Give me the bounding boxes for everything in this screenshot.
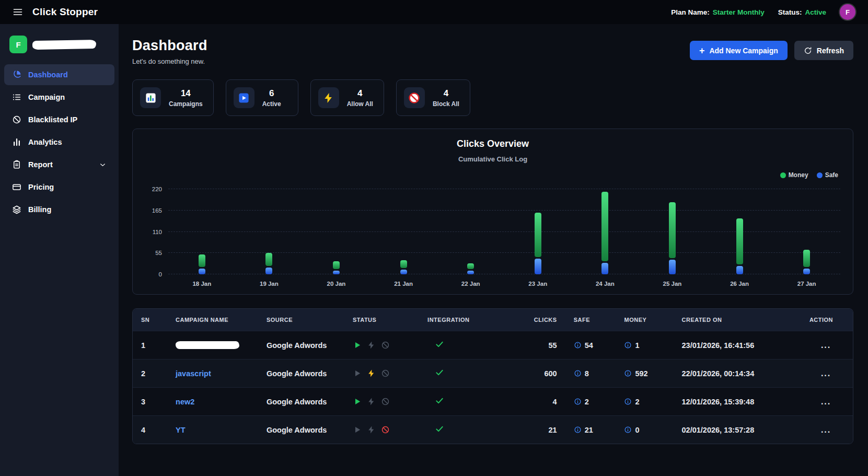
money-bar[interactable]: [467, 263, 474, 269]
money-bar[interactable]: [265, 253, 272, 266]
verified-check-icon: [435, 424, 444, 434]
row-actions-button[interactable]: ...: [809, 397, 831, 407]
stats-row: 14Campaigns6Active4Allow All4Block All: [132, 79, 853, 116]
safe-bar[interactable]: [535, 259, 541, 274]
user-avatar[interactable]: F: [840, 4, 855, 20]
cell-clicks: 21: [501, 416, 565, 444]
stat-label: Block All: [433, 100, 459, 108]
money-bar[interactable]: [199, 254, 205, 267]
y-tick-label: 55: [155, 250, 162, 256]
bolt-status-icon[interactable]: [367, 397, 376, 406]
clicks-overview-panel: Clicks Overview Cumulative Click Log Mon…: [132, 129, 853, 295]
play-status-icon[interactable]: [353, 341, 362, 350]
money-bar[interactable]: [803, 250, 810, 267]
cell-clicks: 600: [501, 359, 565, 388]
cell-campaign-name: new2: [167, 388, 258, 416]
money-bar[interactable]: [669, 202, 676, 258]
row-actions-button[interactable]: ...: [809, 425, 831, 435]
topbar-right: Plan Name: Starter Monthly Status: Activ…: [671, 4, 855, 20]
chart-title: Clicks Overview: [145, 138, 840, 149]
sidebar-user[interactable]: F: [0, 30, 119, 63]
col-header-campaign-name: CAMPAIGN NAME: [167, 309, 258, 331]
play-status-icon[interactable]: [353, 369, 362, 378]
sidebar-item-pricing[interactable]: Pricing: [4, 177, 114, 198]
sidebar-item-analytics[interactable]: Analytics: [4, 132, 114, 153]
safe-value: 2: [585, 398, 589, 406]
cell-action: ...: [801, 388, 853, 416]
sidebar-item-blacklisted-ip[interactable]: Blacklisted IP: [4, 109, 114, 130]
play-status-icon[interactable]: [353, 397, 362, 406]
safe-bar[interactable]: [265, 268, 272, 274]
hamburger-menu-icon[interactable]: [13, 7, 23, 17]
dashboard-pie-icon: [12, 70, 21, 79]
safe-bar[interactable]: [199, 269, 205, 274]
cell-created-on: 22/01/2026, 00:14:34: [674, 359, 801, 388]
status-label: Status:: [778, 8, 802, 16]
money-bar[interactable]: [400, 260, 407, 268]
stat-text: 14Campaigns: [169, 88, 203, 108]
bar-group-26-jan: [706, 182, 773, 274]
cell-created-on: 23/01/2026, 16:41:56: [674, 331, 801, 359]
safe-bar[interactable]: [467, 271, 474, 274]
col-header-sn: SN: [133, 309, 167, 331]
safe-bar[interactable]: [333, 271, 340, 274]
campaign-name-link[interactable]: YT: [176, 426, 186, 434]
table-row-campaign-1: 1Google Adwords5554123/01/2026, 16:41:56…: [133, 331, 853, 359]
allow-bolt-icon: [318, 87, 339, 108]
sidebar-item-label: Pricing: [28, 183, 54, 191]
page-header: Dashboard Let's do something new. + Add …: [132, 38, 853, 65]
sidebar-item-campaign[interactable]: Campaign: [4, 87, 114, 108]
sidebar-item-dashboard[interactable]: Dashboard: [4, 64, 114, 85]
main-content: Dashboard Let's do something new. + Add …: [119, 24, 868, 476]
x-tick-label: 24 Jan: [572, 281, 639, 287]
bolt-status-icon[interactable]: [367, 369, 376, 378]
sidebar-item-billing[interactable]: Billing: [4, 199, 114, 220]
y-tick-label: 165: [152, 207, 162, 214]
col-header-created-on: CREATED ON: [674, 309, 801, 331]
block-status-icon[interactable]: [381, 341, 390, 350]
cell-integration: [419, 416, 501, 444]
play-status-icon[interactable]: [353, 425, 362, 434]
stat-value: 4: [357, 88, 362, 99]
money-bar[interactable]: [333, 261, 340, 269]
row-actions-button[interactable]: ...: [809, 341, 831, 350]
legend-dot: [780, 172, 786, 178]
y-tick-label: 0: [159, 271, 162, 277]
x-axis-labels: 18 Jan19 Jan20 Jan21 Jan22 Jan23 Jan24 J…: [168, 281, 840, 287]
info-icon: [624, 426, 632, 434]
block-status-icon[interactable]: [381, 397, 390, 406]
money-bar[interactable]: [535, 213, 541, 257]
sidebar-item-report[interactable]: Report: [4, 154, 114, 175]
money-bar[interactable]: [736, 218, 743, 264]
safe-bar[interactable]: [736, 266, 743, 274]
block-status-icon[interactable]: [381, 369, 390, 378]
info-icon: [574, 426, 582, 434]
campaign-name-link[interactable]: javascript: [176, 369, 211, 378]
bar-group-18-jan: [168, 182, 236, 274]
refresh-button[interactable]: Refresh: [794, 41, 853, 60]
safe-bar[interactable]: [400, 270, 407, 274]
bolt-status-icon[interactable]: [367, 425, 376, 434]
cell-money: 0: [616, 416, 673, 444]
legend-dot: [817, 172, 823, 178]
cell-money: 2: [616, 388, 673, 416]
plot-area: [168, 182, 840, 274]
add-new-campaign-button[interactable]: + Add New Campaign: [690, 41, 788, 60]
block-status-icon[interactable]: [381, 425, 390, 434]
money-bar[interactable]: [601, 192, 608, 261]
table-body: 1Google Adwords5554123/01/2026, 16:41:56…: [133, 331, 853, 444]
campaign-list-icon: [12, 92, 21, 102]
safe-bar[interactable]: [669, 260, 676, 274]
safe-bar[interactable]: [601, 263, 608, 274]
campaigns-table-wrap: SNCAMPAIGN NAMESOURCESTATUSINTEGRATIONCL…: [132, 308, 853, 444]
row-actions-button[interactable]: ...: [809, 369, 831, 378]
money-value: 2: [635, 398, 639, 406]
table-row-campaign-new2: 3new2Google Adwords42212/01/2026, 15:39:…: [133, 388, 853, 416]
layout: F DashboardCampaignBlacklisted IPAnalyti…: [0, 24, 868, 476]
bolt-status-icon[interactable]: [367, 341, 376, 350]
safe-value: 8: [585, 369, 589, 378]
campaign-name-link[interactable]: new2: [176, 398, 194, 406]
stat-value: 4: [444, 88, 448, 99]
verified-check-icon: [435, 340, 444, 349]
safe-bar[interactable]: [803, 269, 810, 274]
